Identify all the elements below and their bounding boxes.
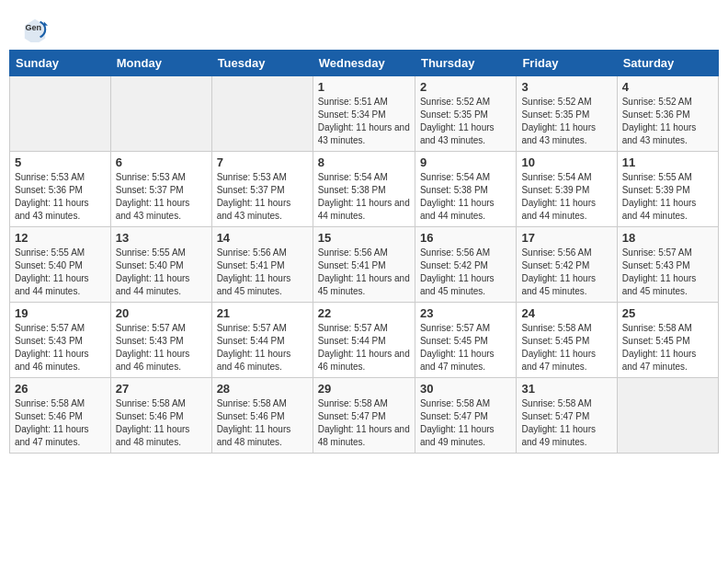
logo: Gen	[22, 17, 51, 42]
weekday-header-row: SundayMondayTuesdayWednesdayThursdayFrid…	[10, 51, 719, 76]
calendar-cell: 21Sunrise: 5:57 AM Sunset: 5:44 PM Dayli…	[211, 303, 313, 378]
week-row-3: 19Sunrise: 5:57 AM Sunset: 5:43 PM Dayli…	[10, 303, 719, 378]
calendar-cell: 10Sunrise: 5:54 AM Sunset: 5:39 PM Dayli…	[517, 152, 617, 227]
calendar-cell	[10, 76, 111, 152]
calendar-body: 1Sunrise: 5:51 AM Sunset: 5:34 PM Daylig…	[10, 76, 719, 454]
calendar-table: SundayMondayTuesdayWednesdayThursdayFrid…	[9, 50, 719, 454]
calendar-cell: 28Sunrise: 5:58 AM Sunset: 5:46 PM Dayli…	[211, 378, 313, 454]
day-info: Sunrise: 5:57 AM Sunset: 5:45 PM Dayligh…	[420, 322, 511, 373]
day-info: Sunrise: 5:56 AM Sunset: 5:42 PM Dayligh…	[420, 247, 511, 298]
day-number: 12	[15, 231, 106, 245]
day-info: Sunrise: 5:53 AM Sunset: 5:37 PM Dayligh…	[116, 171, 207, 223]
day-info: Sunrise: 5:55 AM Sunset: 5:40 PM Dayligh…	[15, 247, 106, 298]
calendar-cell: 13Sunrise: 5:55 AM Sunset: 5:40 PM Dayli…	[110, 227, 211, 303]
day-info: Sunrise: 5:58 AM Sunset: 5:46 PM Dayligh…	[15, 397, 106, 449]
calendar-cell: 1Sunrise: 5:51 AM Sunset: 5:34 PM Daylig…	[313, 76, 415, 152]
day-number: 24	[521, 306, 611, 320]
day-number: 31	[521, 382, 611, 396]
calendar-cell: 30Sunrise: 5:58 AM Sunset: 5:47 PM Dayli…	[415, 378, 516, 454]
calendar-cell: 31Sunrise: 5:58 AM Sunset: 5:47 PM Dayli…	[517, 378, 617, 454]
calendar-cell: 6Sunrise: 5:53 AM Sunset: 5:37 PM Daylig…	[110, 152, 211, 227]
day-number: 4	[622, 80, 713, 94]
calendar-cell: 18Sunrise: 5:57 AM Sunset: 5:43 PM Dayli…	[617, 227, 718, 303]
day-number: 17	[521, 231, 611, 245]
header: Gen	[0, 0, 728, 50]
calendar-cell	[110, 76, 211, 152]
calendar-cell: 2Sunrise: 5:52 AM Sunset: 5:35 PM Daylig…	[415, 76, 516, 152]
day-number: 15	[318, 231, 410, 245]
weekday-sunday: Sunday	[10, 51, 111, 76]
day-number: 26	[15, 382, 106, 396]
calendar-cell: 24Sunrise: 5:58 AM Sunset: 5:45 PM Dayli…	[517, 303, 617, 378]
calendar-cell: 19Sunrise: 5:57 AM Sunset: 5:43 PM Dayli…	[10, 303, 111, 378]
calendar-cell	[211, 76, 313, 152]
day-info: Sunrise: 5:56 AM Sunset: 5:42 PM Dayligh…	[521, 247, 611, 298]
calendar-cell: 22Sunrise: 5:57 AM Sunset: 5:44 PM Dayli…	[313, 303, 415, 378]
day-info: Sunrise: 5:53 AM Sunset: 5:37 PM Dayligh…	[217, 171, 308, 223]
day-number: 21	[217, 306, 308, 320]
day-info: Sunrise: 5:58 AM Sunset: 5:46 PM Dayligh…	[217, 397, 308, 449]
day-info: Sunrise: 5:54 AM Sunset: 5:39 PM Dayligh…	[521, 171, 611, 223]
week-row-2: 12Sunrise: 5:55 AM Sunset: 5:40 PM Dayli…	[10, 227, 719, 303]
calendar-wrapper: SundayMondayTuesdayWednesdayThursdayFrid…	[0, 50, 728, 463]
day-info: Sunrise: 5:57 AM Sunset: 5:44 PM Dayligh…	[318, 322, 410, 373]
calendar-cell: 23Sunrise: 5:57 AM Sunset: 5:45 PM Dayli…	[415, 303, 516, 378]
calendar-header: SundayMondayTuesdayWednesdayThursdayFrid…	[10, 51, 719, 76]
calendar-cell: 4Sunrise: 5:52 AM Sunset: 5:36 PM Daylig…	[617, 76, 718, 152]
day-number: 13	[116, 231, 207, 245]
day-number: 23	[420, 306, 511, 320]
day-number: 22	[318, 306, 410, 320]
day-number: 27	[116, 382, 207, 396]
day-info: Sunrise: 5:56 AM Sunset: 5:41 PM Dayligh…	[318, 247, 410, 298]
calendar-cell: 26Sunrise: 5:58 AM Sunset: 5:46 PM Dayli…	[10, 378, 111, 454]
week-row-0: 1Sunrise: 5:51 AM Sunset: 5:34 PM Daylig…	[10, 76, 719, 152]
day-number: 14	[217, 231, 308, 245]
day-info: Sunrise: 5:51 AM Sunset: 5:34 PM Dayligh…	[318, 96, 410, 147]
day-number: 3	[521, 80, 611, 94]
day-info: Sunrise: 5:58 AM Sunset: 5:45 PM Dayligh…	[521, 322, 611, 373]
weekday-thursday: Thursday	[415, 51, 516, 76]
day-number: 28	[217, 382, 308, 396]
calendar-cell: 8Sunrise: 5:54 AM Sunset: 5:38 PM Daylig…	[313, 152, 415, 227]
day-info: Sunrise: 5:52 AM Sunset: 5:36 PM Dayligh…	[622, 96, 713, 147]
day-number: 29	[318, 382, 410, 396]
day-info: Sunrise: 5:58 AM Sunset: 5:46 PM Dayligh…	[116, 397, 207, 449]
week-row-1: 5Sunrise: 5:53 AM Sunset: 5:36 PM Daylig…	[10, 152, 719, 227]
calendar-cell: 14Sunrise: 5:56 AM Sunset: 5:41 PM Dayli…	[211, 227, 313, 303]
day-info: Sunrise: 5:57 AM Sunset: 5:43 PM Dayligh…	[622, 247, 713, 298]
day-number: 6	[116, 155, 207, 169]
day-number: 30	[420, 382, 511, 396]
day-info: Sunrise: 5:54 AM Sunset: 5:38 PM Dayligh…	[420, 171, 511, 223]
day-number: 10	[521, 155, 611, 169]
day-info: Sunrise: 5:56 AM Sunset: 5:41 PM Dayligh…	[217, 247, 308, 298]
calendar-cell: 27Sunrise: 5:58 AM Sunset: 5:46 PM Dayli…	[110, 378, 211, 454]
day-info: Sunrise: 5:57 AM Sunset: 5:43 PM Dayligh…	[116, 322, 207, 373]
day-info: Sunrise: 5:55 AM Sunset: 5:39 PM Dayligh…	[622, 171, 713, 223]
day-info: Sunrise: 5:58 AM Sunset: 5:45 PM Dayligh…	[622, 322, 713, 373]
svg-marker-2	[44, 22, 48, 26]
calendar-cell: 25Sunrise: 5:58 AM Sunset: 5:45 PM Dayli…	[617, 303, 718, 378]
calendar-cell: 12Sunrise: 5:55 AM Sunset: 5:40 PM Dayli…	[10, 227, 111, 303]
day-number: 7	[217, 155, 308, 169]
day-number: 19	[15, 306, 106, 320]
day-info: Sunrise: 5:52 AM Sunset: 5:35 PM Dayligh…	[420, 96, 511, 147]
day-number: 1	[318, 80, 410, 94]
day-info: Sunrise: 5:53 AM Sunset: 5:36 PM Dayligh…	[15, 171, 106, 223]
weekday-monday: Monday	[110, 51, 211, 76]
weekday-friday: Friday	[517, 51, 617, 76]
day-info: Sunrise: 5:55 AM Sunset: 5:40 PM Dayligh…	[116, 247, 207, 298]
calendar-cell: 16Sunrise: 5:56 AM Sunset: 5:42 PM Dayli…	[415, 227, 516, 303]
weekday-saturday: Saturday	[617, 51, 718, 76]
day-info: Sunrise: 5:58 AM Sunset: 5:47 PM Dayligh…	[420, 397, 511, 449]
calendar-cell: 29Sunrise: 5:58 AM Sunset: 5:47 PM Dayli…	[313, 378, 415, 454]
day-number: 25	[622, 306, 713, 320]
calendar-cell: 3Sunrise: 5:52 AM Sunset: 5:35 PM Daylig…	[517, 76, 617, 152]
day-number: 11	[622, 155, 713, 169]
day-number: 9	[420, 155, 511, 169]
day-number: 8	[318, 155, 410, 169]
week-row-4: 26Sunrise: 5:58 AM Sunset: 5:46 PM Dayli…	[10, 378, 719, 454]
calendar-cell: 15Sunrise: 5:56 AM Sunset: 5:41 PM Dayli…	[313, 227, 415, 303]
calendar-cell: 17Sunrise: 5:56 AM Sunset: 5:42 PM Dayli…	[517, 227, 617, 303]
day-number: 2	[420, 80, 511, 94]
weekday-wednesday: Wednesday	[313, 51, 415, 76]
